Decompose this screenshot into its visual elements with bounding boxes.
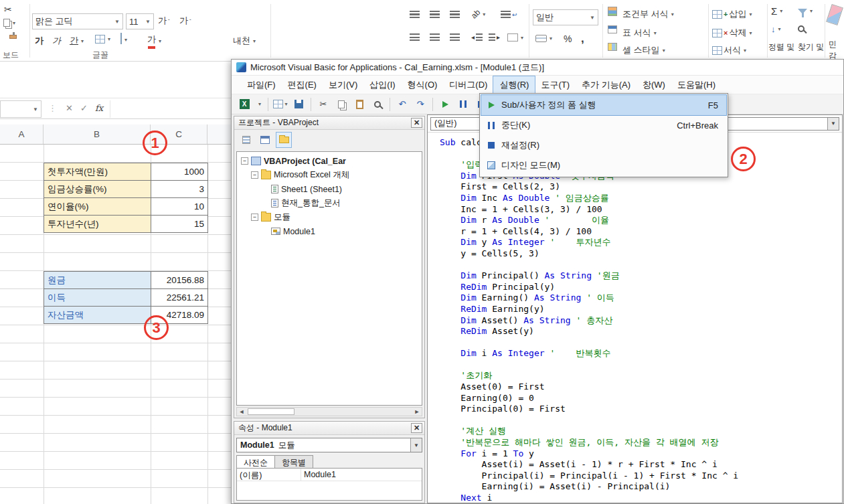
format-cells-button[interactable]: 서식▾	[712, 44, 746, 56]
copy-icon[interactable]	[334, 97, 349, 112]
expander-icon[interactable]: −	[251, 171, 258, 179]
code-line[interactable]: Principal(0) = First	[440, 404, 842, 415]
sheet-label-cell[interactable]: 첫투자액(만원)	[44, 163, 151, 181]
decrease-font-button[interactable]: 가ˇ	[179, 15, 191, 27]
code-line[interactable]: Asset(i) = Asset(i - 1) * r + First * In…	[440, 459, 842, 471]
sheet-label-cell[interactable]: 임금상승률(%)	[44, 180, 151, 198]
code-line[interactable]: r = 1 + Cells(4, 3) / 100	[440, 226, 842, 238]
project-horizontal-scrollbar[interactable]: ◄ ►	[236, 407, 422, 416]
align-bottom-button[interactable]	[450, 11, 460, 18]
tree-item[interactable]: Module1	[237, 224, 422, 238]
project-panel-header[interactable]: 프로젝트 - VBAProject ✕	[234, 116, 424, 130]
sheet-value-cell[interactable]: 10	[151, 197, 208, 216]
vba-menu-형식(O)[interactable]: 형식(O)	[402, 76, 444, 94]
delete-cells-button[interactable]: ×삭제▾	[712, 27, 752, 39]
align-right-button[interactable]	[450, 33, 460, 41]
borders-button[interactable]: ▾	[95, 35, 110, 44]
code-line[interactable]: '반복문으로 해마다 쌓인 원금, 이득, 자산을 각 배열에 저장	[440, 437, 842, 448]
code-line[interactable]	[440, 337, 842, 349]
underline-button[interactable]: 간▾	[70, 35, 84, 47]
vba-menu-디버그(D)[interactable]: 디버그(D)	[443, 76, 493, 94]
close-icon[interactable]: ✕	[411, 118, 422, 128]
find-select-label[interactable]: 찾기 및	[798, 41, 824, 53]
code-line[interactable]: ReDim Asset(y)	[440, 326, 842, 337]
code-line[interactable]: First = Cells(2, 3)	[440, 181, 842, 193]
vba-menu-도움말(H)[interactable]: 도움말(H)	[671, 76, 722, 94]
view-excel-icon[interactable]: X	[237, 97, 252, 112]
run-menu-item[interactable]: 디자인 모드(M)	[481, 155, 726, 175]
code-line[interactable]: '초기화	[440, 370, 842, 382]
number-format-combo[interactable]: 일반▼	[533, 9, 598, 25]
sheet-label-cell[interactable]: 이득	[44, 288, 151, 307]
align-left-button[interactable]	[410, 33, 420, 41]
properties-panel-header[interactable]: 속성 - Module1 ✕	[234, 422, 424, 435]
code-line[interactable]: Asset(0) = First	[440, 382, 842, 393]
code-line[interactable]: Inc = 1 + Cells(3, 3) / 100	[440, 204, 842, 216]
code-line[interactable]: '계산 실행	[440, 426, 842, 437]
font-size-combo[interactable]: 11▼	[126, 13, 154, 29]
run-menu-item[interactable]: 중단(K)Ctrl+Break	[481, 115, 726, 135]
vba-menu-파일(F)[interactable]: 파일(F)	[241, 76, 282, 94]
find-icon[interactable]	[370, 97, 385, 112]
insert-userform-icon[interactable]: ▾	[273, 97, 288, 112]
code-line[interactable]: Dim Asset() As String ' 총자산	[440, 315, 842, 327]
code-line[interactable]: Dim Principal() As String '원금	[440, 270, 842, 282]
sheet-value-cell[interactable]: 22561.21	[151, 288, 208, 307]
copy-icon[interactable]: ▾	[3, 19, 15, 27]
code-line[interactable]: Dim Earning() As String ' 이득	[440, 292, 842, 304]
align-top-button[interactable]	[410, 11, 420, 18]
code-line[interactable]: Dim y As Integer ' 투자년수	[440, 237, 842, 248]
conditional-formatting-label[interactable]: 조건부 서식▾	[622, 8, 674, 20]
cut-icon[interactable]: ✂	[4, 4, 12, 15]
align-center-button[interactable]	[430, 33, 440, 41]
vba-menu-도구(T)[interactable]: 도구(T)	[535, 76, 576, 94]
code-line[interactable]: Principal(i) = Principal(i - 1) + First …	[440, 471, 842, 482]
cut-icon[interactable]: ✂	[316, 97, 331, 112]
scrollbar-thumb[interactable]	[248, 408, 294, 415]
expander-icon[interactable]: −	[251, 214, 258, 221]
insert-cells-button[interactable]: +삽입▾	[712, 8, 752, 20]
chevron-down-icon[interactable]: ▼	[827, 118, 839, 130]
cell-styles-button[interactable]	[608, 43, 617, 51]
font-color-button[interactable]: 가▾	[147, 33, 161, 48]
vba-title-bar[interactable]: Microsoft Visual Basic for Applications …	[232, 60, 843, 76]
redo-icon[interactable]: ↷	[413, 97, 428, 112]
sheet-value-cell[interactable]: 3	[151, 180, 208, 198]
italic-button[interactable]: 가	[52, 35, 61, 47]
insert-function-icon[interactable]: fx	[95, 103, 103, 113]
code-line[interactable]: ReDim Principal(y)	[440, 282, 842, 293]
enter-entry-icon[interactable]: ✓	[80, 103, 88, 113]
code-line[interactable]: Earning(i) = Asset(i) - Principal(i)	[440, 481, 842, 493]
code-line[interactable]: For i = 1 To y	[440, 448, 842, 460]
bold-button[interactable]: 가	[35, 35, 44, 47]
chevron-down-icon[interactable]: ▾	[255, 97, 263, 112]
percent-style-button[interactable]: %	[564, 33, 572, 44]
tree-item[interactable]: 현재_통합_문서	[237, 196, 422, 210]
format-as-table-button[interactable]	[608, 25, 617, 33]
code-line[interactable]: Next i	[440, 493, 842, 503]
accounting-format-button[interactable]: ▾	[535, 35, 552, 42]
code-line[interactable]	[440, 260, 842, 271]
sort-filter-label[interactable]: 정렬 및	[768, 41, 794, 53]
vba-menu-실행(R)[interactable]: 실행(R)	[493, 76, 535, 94]
code-line[interactable]: Dim i As Integer ' 반복횟수	[440, 348, 842, 359]
cancel-entry-icon[interactable]: ✕	[66, 103, 73, 113]
property-row[interactable]: (이름) Module1	[237, 469, 422, 481]
sort-filter-button[interactable]: ▾	[798, 8, 813, 14]
view-code-icon[interactable]	[238, 132, 254, 148]
align-middle-button[interactable]	[430, 11, 440, 18]
name-box[interactable]: ▼	[0, 100, 41, 118]
code-line[interactable]	[440, 415, 842, 426]
view-object-icon[interactable]	[257, 132, 273, 148]
code-area[interactable]: Sub calculator() '입력 Dim First As Double…	[428, 133, 842, 503]
sheet-label-cell[interactable]: 연이율(%)	[44, 197, 151, 216]
phonetic-button[interactable]: 내천▾	[233, 35, 256, 47]
save-icon[interactable]	[291, 97, 306, 112]
find-select-button[interactable]	[798, 25, 805, 32]
property-value-cell[interactable]: Module1	[301, 469, 422, 481]
vba-menu-삽입(I)[interactable]: 삽입(I)	[363, 76, 401, 94]
vba-menu-편집(E)[interactable]: 편집(E)	[282, 76, 323, 94]
undo-icon[interactable]: ↶	[395, 97, 410, 112]
code-line[interactable]: Earning(0) = 0	[440, 393, 842, 404]
worksheet-grid[interactable]: 첫투자액(만원)1000임금상승률(%)3연이율(%)10투자년수(년)15 원…	[0, 145, 232, 504]
